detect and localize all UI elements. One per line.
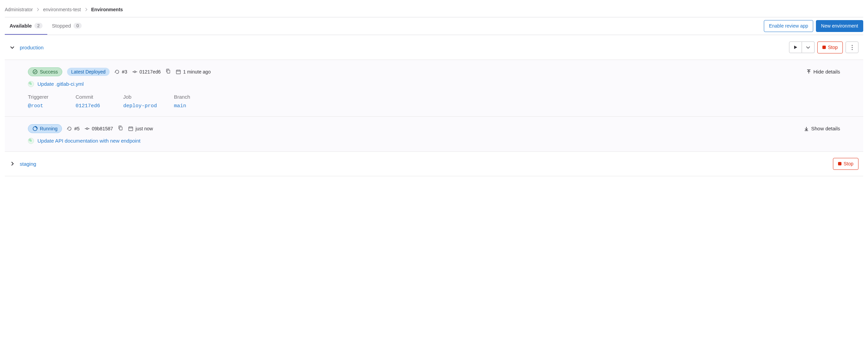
- collapse-up-icon: [806, 69, 811, 75]
- job-label: Job: [123, 94, 157, 100]
- status-label: Success: [40, 69, 58, 75]
- retry-icon: [67, 126, 72, 131]
- more-actions-button[interactable]: [846, 42, 858, 53]
- avatar: [28, 138, 34, 144]
- commit-label: Commit: [76, 94, 106, 100]
- expand-down-icon: [804, 126, 809, 131]
- avatar: [28, 81, 34, 87]
- deployment-card: Success Latest Deployed #3 01217ed6 1 mi…: [5, 60, 863, 117]
- svg-rect-6: [119, 127, 122, 130]
- calendar-icon: [176, 69, 181, 75]
- deployment-details: Triggerer @root Commit 01217ed6 Job depl…: [28, 94, 840, 109]
- play-button[interactable]: [789, 42, 802, 53]
- hide-details-button[interactable]: Hide details: [806, 69, 840, 75]
- show-details-button[interactable]: Show details: [804, 126, 840, 131]
- commit-link[interactable]: 01217ed6: [76, 103, 106, 109]
- breadcrumb: Administrator environments-test Environm…: [5, 4, 863, 17]
- tab-label: Stopped: [52, 23, 71, 29]
- triggerer-label: Triggerer: [28, 94, 59, 100]
- deployment-time: 1 minute ago: [176, 69, 211, 75]
- tab-count-badge: 2: [34, 23, 42, 29]
- job-link[interactable]: deploy-prod: [123, 103, 157, 109]
- commit-icon: [84, 126, 90, 131]
- tab-count-badge: 0: [74, 23, 81, 29]
- running-icon: [32, 126, 38, 131]
- retry-icon: [114, 69, 120, 75]
- enable-review-app-button[interactable]: Enable review app: [764, 20, 813, 32]
- status-badge[interactable]: Success: [28, 67, 62, 76]
- deployment-time: just now: [128, 126, 153, 131]
- stop-label: Stop: [828, 45, 838, 50]
- breadcrumb-item[interactable]: Administrator: [5, 7, 33, 12]
- new-environment-button[interactable]: New environment: [816, 20, 863, 32]
- chevron-down-icon[interactable]: [10, 45, 15, 50]
- commit-message-link[interactable]: Update .gitlab-ci.yml: [37, 81, 84, 87]
- stop-icon: [838, 162, 841, 165]
- commit-sha[interactable]: 01217ed6: [132, 69, 161, 75]
- tabs: Available 2 Stopped 0: [5, 17, 86, 35]
- stop-button[interactable]: Stop: [817, 42, 843, 53]
- svg-point-1: [134, 71, 135, 72]
- svg-rect-7: [129, 127, 133, 131]
- svg-point-5: [86, 128, 88, 129]
- stop-button[interactable]: Stop: [833, 158, 858, 170]
- copy-sha-button[interactable]: [165, 68, 171, 75]
- latest-deployed-badge: Latest Deployed: [67, 68, 110, 76]
- status-label: Running: [40, 126, 58, 131]
- chevron-right-icon: [35, 7, 40, 12]
- deployment-iid[interactable]: #5: [67, 126, 80, 131]
- calendar-icon: [128, 126, 133, 131]
- svg-rect-3: [176, 70, 180, 74]
- environment-row: staging Stop: [5, 152, 863, 176]
- breadcrumb-current: Environments: [91, 7, 123, 12]
- svg-rect-2: [167, 70, 170, 73]
- status-badge[interactable]: Running: [28, 124, 62, 133]
- branch-link[interactable]: main: [174, 103, 205, 109]
- commit-sha[interactable]: 09b81587: [84, 126, 113, 131]
- commit-message-link[interactable]: Update API documentation with new endpoi…: [37, 138, 141, 144]
- breadcrumb-item[interactable]: environments-test: [43, 7, 81, 12]
- chevron-down-icon: [805, 45, 811, 50]
- stop-label: Stop: [843, 161, 853, 167]
- play-icon: [793, 45, 798, 50]
- environment-name-link[interactable]: staging: [20, 161, 36, 167]
- commit-icon: [132, 69, 138, 75]
- triggerer-link[interactable]: @root: [28, 103, 59, 109]
- tab-label: Available: [10, 23, 32, 29]
- chevron-right-icon[interactable]: [10, 161, 15, 166]
- stop-icon: [822, 46, 826, 49]
- kebab-icon: [849, 45, 855, 50]
- tab-stopped[interactable]: Stopped 0: [47, 17, 86, 35]
- environment-row: production Stop: [5, 35, 863, 60]
- deployment-iid[interactable]: #3: [114, 69, 127, 75]
- environment-name-link[interactable]: production: [20, 45, 44, 50]
- copy-sha-button[interactable]: [118, 125, 123, 132]
- tab-available[interactable]: Available 2: [5, 17, 47, 35]
- play-dropdown-button[interactable]: [802, 42, 815, 53]
- deployment-card: Running #5 09b81587 just now Show: [5, 117, 863, 152]
- chevron-right-icon: [84, 7, 89, 12]
- branch-label: Branch: [174, 94, 205, 100]
- check-circle-icon: [32, 69, 38, 75]
